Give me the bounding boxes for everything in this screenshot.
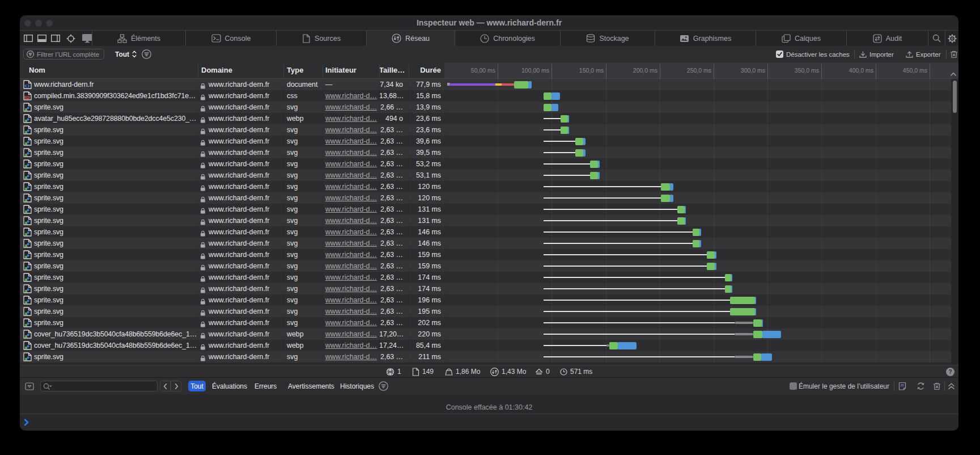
svg-text:JS: JS	[900, 384, 904, 387]
svg-text:css: css	[25, 96, 29, 99]
svg-text:?: ?	[948, 369, 952, 375]
